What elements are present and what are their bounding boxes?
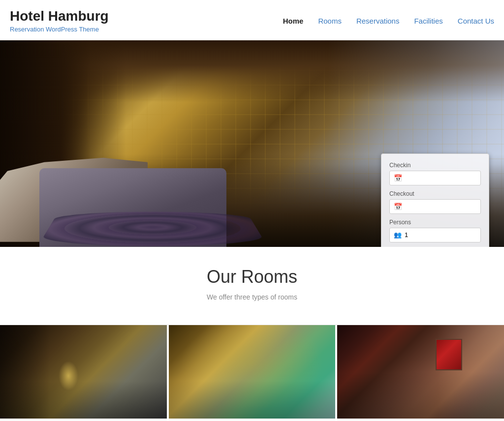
room-image-2	[169, 325, 336, 419]
rooms-title: Our Rooms	[10, 267, 494, 287]
rooms-section: Our Rooms We offer three types of rooms	[0, 247, 504, 325]
persons-label: Persons	[389, 219, 481, 226]
main-nav: Home Rooms Reservations Facilities Conta…	[283, 17, 494, 25]
checkin-input-wrapper[interactable]: 📅	[389, 171, 481, 185]
nav-reservations[interactable]: Reservations	[356, 17, 400, 25]
room-image-1	[0, 325, 167, 419]
rooms-subtitle: We offer three types of rooms	[10, 293, 494, 301]
persons-icon: 👥	[394, 231, 402, 239]
persons-field: Persons 👥	[389, 219, 481, 242]
site-header: Hotel Hamburg Reservation WordPress Them…	[0, 0, 504, 40]
booking-widget: Checkin 📅 Checkout 📅 Persons 👥 Check ava…	[381, 153, 489, 247]
checkout-label: Checkout	[389, 190, 481, 197]
room-image-3	[337, 325, 504, 419]
checkout-field: Checkout 📅	[389, 190, 481, 214]
nav-facilities[interactable]: Facilities	[414, 17, 442, 25]
room-card-1[interactable]	[0, 325, 169, 419]
calendar-icon: 📅	[394, 174, 402, 182]
checkin-input[interactable]	[405, 174, 476, 181]
nav-home[interactable]: Home	[283, 17, 304, 25]
calendar-icon-2: 📅	[394, 203, 402, 210]
persons-input-wrapper[interactable]: 👥	[389, 228, 481, 242]
checkin-field: Checkin 📅	[389, 162, 481, 185]
room-card-3[interactable]	[335, 325, 504, 419]
persons-input[interactable]	[405, 231, 476, 239]
brand-title: Hotel Hamburg	[10, 9, 109, 24]
brand-subtitle: Reservation WordPress Theme	[10, 26, 109, 33]
checkin-label: Checkin	[389, 162, 481, 169]
room-card-2[interactable]	[169, 325, 336, 419]
checkout-input-wrapper[interactable]: 📅	[389, 199, 481, 214]
nav-rooms[interactable]: Rooms	[318, 17, 342, 25]
nav-contact[interactable]: Contact Us	[458, 17, 494, 25]
brand: Hotel Hamburg Reservation WordPress Them…	[10, 9, 109, 33]
rug	[38, 211, 268, 246]
checkout-input[interactable]	[405, 203, 476, 210]
rooms-grid	[0, 325, 504, 419]
hero-section: Checkin 📅 Checkout 📅 Persons 👥 Check ava…	[0, 40, 504, 247]
